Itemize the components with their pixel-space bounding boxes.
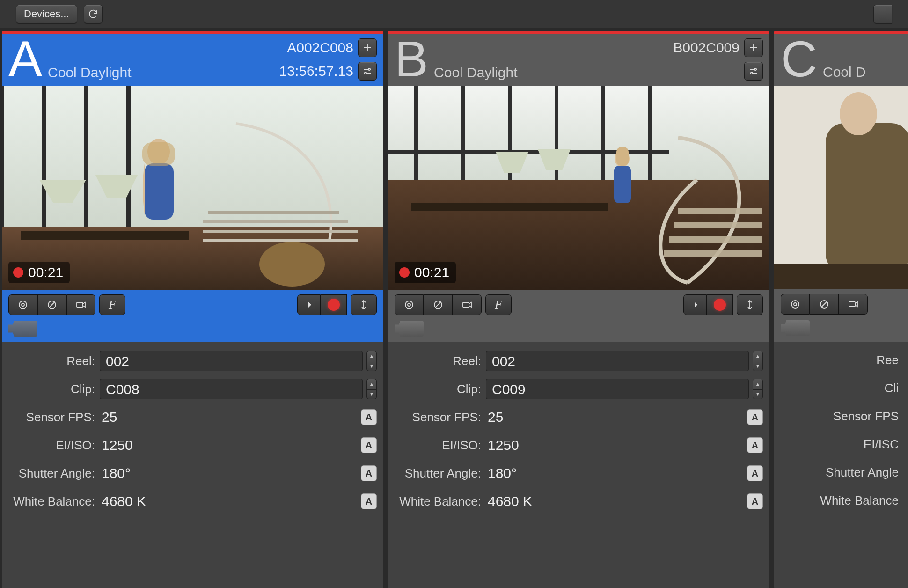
control-bar: F [388,290,769,319]
toolbar-right-button[interactable] [873,5,892,23]
auto-button[interactable]: A [747,409,763,425]
panel-header: C Cool D [774,34,908,86]
step-up-icon[interactable]: ▲ [753,351,762,361]
meta-row-whitebalance: White Balance: 4680 K A [388,487,769,515]
auto-button[interactable]: A [361,493,377,509]
camera-mode-button[interactable] [453,294,482,315]
no-signal-button[interactable] [424,294,453,315]
device-thumb[interactable] [395,321,424,337]
no-signal-button[interactable] [810,294,839,315]
reel-stepper[interactable]: ▲▼ [753,351,763,371]
meta-row-clip: Cli [774,375,908,403]
auto-button[interactable]: A [361,409,377,425]
meta-label: White Balance: [395,494,486,509]
refresh-button[interactable] [84,5,103,23]
camera-viewer[interactable]: 00:21 [2,86,383,290]
auto-button[interactable]: A [361,465,377,481]
timecode: 13:56:57.13 [279,63,353,79]
meta-label: Shutter Angle: [8,466,100,481]
settings-button[interactable] [358,62,377,81]
metadata-list: Reel: 002 ▲▼ Clip: C008 ▲▼ Sensor FPS: 2… [2,342,383,588]
auto-button[interactable]: A [747,465,763,481]
meta-label: Sensor FPS: [395,410,486,425]
add-button[interactable] [358,38,377,57]
reel-stepper[interactable]: ▲▼ [366,351,377,371]
camera-viewer[interactable]: 00:21 [388,86,769,290]
svg-point-48 [840,92,877,135]
camera-panel-c[interactable]: C Cool D [774,31,908,588]
auto-button[interactable]: A [747,493,763,509]
step-up-icon[interactable]: ▲ [367,379,376,390]
meta-label: Sensor FPS [781,409,903,424]
svg-point-21 [751,72,753,74]
auto-button[interactable]: A [361,437,377,453]
settings-button[interactable] [744,62,763,81]
camera-icon [461,299,473,310]
focus-button[interactable]: F [485,294,512,315]
clip-stepper[interactable]: ▲▼ [753,379,763,399]
focus-target-button[interactable] [8,294,37,315]
wb-value: 4680 K [486,493,743,509]
svg-point-15 [22,303,24,306]
clip-stepper[interactable]: ▲▼ [366,379,377,399]
recording-time: 00:21 [28,265,63,280]
plus-icon [748,42,759,53]
auto-button[interactable]: A [747,437,763,453]
step-down-icon[interactable]: ▼ [753,390,762,399]
no-signal-button[interactable] [37,294,66,315]
send-button[interactable] [683,294,707,315]
reel-input[interactable]: 002 [100,351,363,371]
expand-vertical-icon [358,299,369,310]
focus-target-button[interactable] [781,294,810,315]
arrow-right-icon [689,299,701,310]
record-dot-icon [399,267,410,278]
device-thumb[interactable] [8,321,37,337]
send-button[interactable] [297,294,321,315]
expand-button[interactable] [351,294,377,315]
add-button[interactable] [744,38,763,57]
camera-mode-button[interactable] [839,294,868,315]
camera-panels-row: A Cool Daylight A002C008 13:56:57.13 [0,28,908,588]
step-down-icon[interactable]: ▼ [753,361,762,371]
meta-label: White Balance [781,493,903,508]
meta-label: EI/ISO: [395,438,486,453]
step-down-icon[interactable]: ▼ [367,361,376,371]
meta-label: Sensor FPS: [8,410,100,425]
plus-icon [362,42,373,53]
camera-panel-b[interactable]: B Cool Daylight B002C009 [388,31,769,588]
device-thumb-strip [2,319,383,342]
control-bar [774,289,908,318]
target-icon [17,299,29,310]
record-button[interactable] [707,294,733,315]
refresh-icon [88,8,99,20]
clip-name: A002C008 [287,40,353,56]
focus-target-button[interactable] [395,294,424,315]
camera-panel-a[interactable]: A Cool Daylight A002C008 13:56:57.13 [2,31,383,588]
step-down-icon[interactable]: ▼ [367,390,376,399]
clip-input[interactable]: C008 [100,379,363,399]
svg-point-50 [794,303,797,306]
device-thumb[interactable] [781,320,810,336]
recording-time: 00:21 [414,265,449,280]
step-up-icon[interactable]: ▲ [367,351,376,361]
step-up-icon[interactable]: ▲ [753,379,762,390]
metadata-list: Reel: 002 ▲▼ Clip: C009 ▲▼ Sensor FPS: 2… [388,342,769,588]
focus-button[interactable]: F [99,294,125,315]
svg-rect-35 [411,203,608,211]
recording-overlay: 00:21 [395,262,456,283]
look-name: Cool Daylight [48,65,272,81]
meta-row-reel: Reel: 002 ▲▼ [2,347,383,375]
reel-input[interactable]: 002 [486,351,749,371]
panel-header: A Cool Daylight A002C008 13:56:57.13 [2,34,383,86]
record-button[interactable] [321,294,347,315]
camera-viewer[interactable] [774,86,908,289]
clip-input[interactable]: C009 [486,379,749,399]
sensorfps-value: 25 [486,409,743,425]
devices-button[interactable]: Devices... [16,5,77,23]
meta-row-sensorfps: Sensor FPS: 25 A [2,403,383,431]
expand-button[interactable] [737,294,763,315]
svg-rect-2 [2,86,383,227]
camera-mode-button[interactable] [66,294,95,315]
sliders-icon [748,66,759,77]
svg-point-14 [259,242,325,287]
